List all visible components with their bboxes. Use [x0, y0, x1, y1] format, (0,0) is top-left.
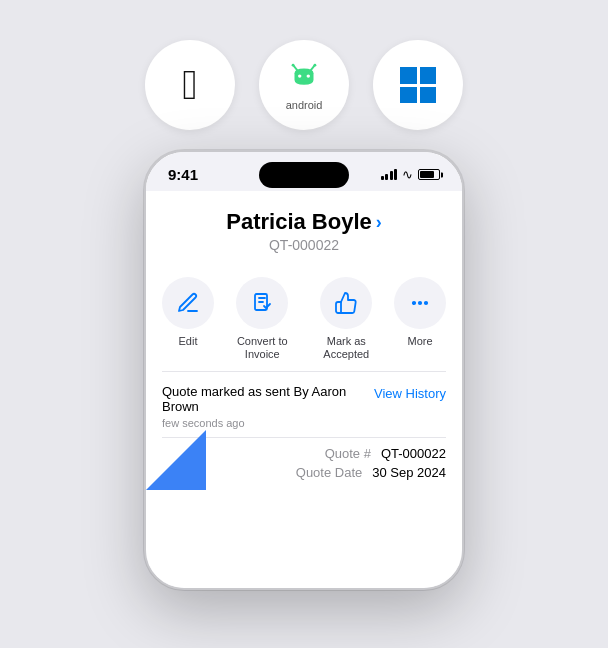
svg-point-4 [298, 74, 301, 77]
edit-button[interactable]: Edit [156, 277, 220, 361]
sent-badge-triangle [146, 430, 206, 490]
convert-invoice-button[interactable]: Convert to Invoice [220, 277, 305, 361]
sent-badge-container: SENT [146, 430, 206, 490]
svg-point-8 [425, 302, 427, 304]
more-button[interactable]: More [388, 277, 452, 361]
phone-screen: 9:41 ∿ [146, 152, 462, 588]
activity-row: Quote marked as sent By Aaron Brown few … [146, 372, 462, 437]
apple-platform-circle[interactable]:  [145, 40, 235, 130]
more-icon-circle [394, 277, 446, 329]
screen-content: Patricia Boyle › QT-000022 [146, 191, 462, 588]
wifi-icon: ∿ [402, 167, 413, 182]
more-label: More [407, 335, 432, 348]
activity-time: few seconds ago [162, 417, 374, 429]
svg-point-7 [419, 302, 421, 304]
mark-accepted-label: Mark as Accepted [305, 335, 388, 361]
android-label: android [286, 99, 323, 111]
quote-date-value: 30 Sep 2024 [372, 465, 446, 480]
svg-line-0 [294, 66, 298, 71]
quote-number: QT-000022 [162, 237, 446, 253]
platform-icons-row:  android [145, 40, 463, 130]
quote-details-section: Quote # QT-000022 Quote Date 30 Sep 2024… [146, 438, 462, 490]
mark-accepted-button[interactable]: Mark as Accepted [305, 277, 388, 361]
convert-label: Convert to Invoice [220, 335, 305, 361]
edit-label: Edit [179, 335, 198, 348]
svg-line-1 [311, 66, 315, 71]
signal-icon [381, 169, 398, 180]
edit-icon [176, 291, 200, 315]
quote-header: Patricia Boyle › QT-000022 [146, 191, 462, 263]
svg-point-5 [307, 74, 310, 77]
action-buttons-row: Edit Convert to Invoice [146, 263, 462, 371]
quote-number-value: QT-000022 [381, 446, 446, 461]
apple-icon:  [182, 64, 197, 106]
thumbs-up-icon [334, 291, 358, 315]
mark-accepted-icon-circle [320, 277, 372, 329]
convert-invoice-icon [250, 291, 274, 315]
activity-info: Quote marked as sent By Aaron Brown few … [162, 384, 374, 429]
dynamic-island [259, 162, 349, 188]
quote-date-label: Quote Date [296, 465, 363, 480]
status-icons: ∿ [381, 167, 441, 182]
android-platform-circle[interactable]: android [259, 40, 349, 130]
more-ellipsis-icon [408, 291, 432, 315]
svg-point-2 [292, 64, 295, 67]
svg-point-3 [314, 64, 317, 67]
chevron-right-icon[interactable]: › [376, 212, 382, 233]
client-name-text: Patricia Boyle [226, 209, 372, 235]
edit-icon-circle [162, 277, 214, 329]
windows-icon [400, 67, 436, 103]
view-history-link[interactable]: View History [374, 384, 446, 401]
battery-icon [418, 169, 440, 180]
svg-point-9 [413, 302, 415, 304]
status-time: 9:41 [168, 166, 198, 183]
android-robot-icon [285, 59, 323, 97]
phone-mockup: 9:41 ∿ [144, 150, 464, 590]
phone-frame: 9:41 ∿ [144, 150, 464, 590]
client-name: Patricia Boyle › [162, 209, 446, 235]
windows-platform-circle[interactable] [373, 40, 463, 130]
activity-text: Quote marked as sent By Aaron Brown [162, 384, 374, 414]
quote-number-label: Quote # [325, 446, 371, 461]
convert-icon-circle [236, 277, 288, 329]
